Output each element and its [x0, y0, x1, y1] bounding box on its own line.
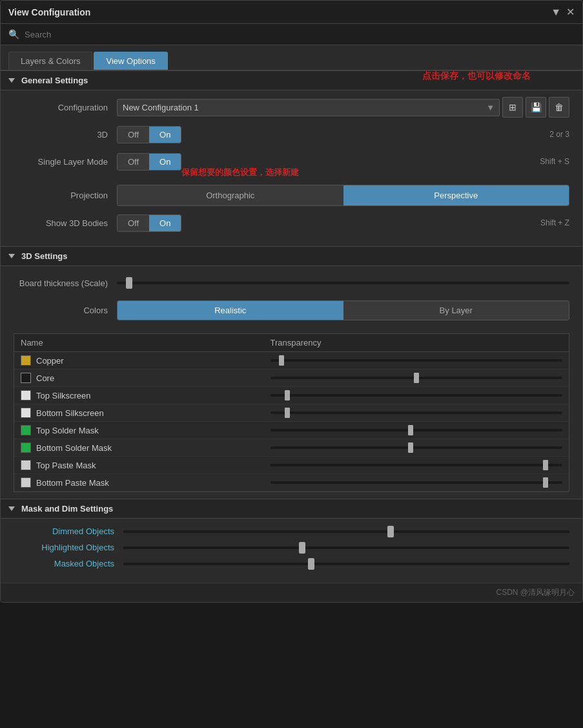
new-config-button[interactable]: ⊞: [502, 97, 523, 118]
single-layer-mode-row: Single Layer Mode Off On Shift + S: [14, 151, 569, 172]
search-bar: 🔍: [1, 24, 582, 45]
top-paste-mask-color-swatch[interactable]: [21, 460, 31, 470]
bottom-silkscreen-color-swatch[interactable]: [21, 408, 31, 418]
table-header-row: Name Transparency: [14, 334, 569, 352]
collapse-3d-icon[interactable]: [8, 254, 15, 258]
3d-settings-header: 3D Settings: [1, 246, 582, 266]
title-bar-controls: ▼ ✕: [551, 6, 575, 18]
dimmed-objects-label: Dimmed Objects: [14, 526, 123, 536]
table-row: Top Silkscreen: [14, 387, 569, 404]
3d-on-button[interactable]: On: [149, 127, 181, 143]
configuration-select[interactable]: New Configuration 1 Default Custom: [117, 99, 500, 116]
projection-toggle-group: Orthographic Perspective: [117, 185, 569, 206]
colors-toggle-group: Realistic By Layer: [117, 300, 569, 320]
bottom-silkscreen-name: Bottom Silkscreen: [36, 408, 104, 418]
realistic-button[interactable]: Realistic: [118, 301, 343, 320]
search-input[interactable]: [25, 30, 575, 39]
perspective-button[interactable]: Perspective: [343, 185, 569, 205]
mask-dim-settings-section: Mask and Dim Settings Dimmed Objects Hig…: [1, 499, 582, 583]
top-silkscreen-color-swatch[interactable]: [21, 390, 31, 400]
3d-off-button[interactable]: Off: [118, 127, 149, 143]
transparency-cell: [264, 391, 569, 400]
top-solder-mask-color-swatch[interactable]: [21, 425, 31, 435]
3d-settings-section: 3D Settings Board thickness (Scale) Colo…: [1, 246, 582, 492]
top-solder-mask-name: Top Solder Mask: [36, 426, 99, 435]
masked-objects-label: Masked Objects: [14, 559, 123, 568]
title-bar: View Configuration ▼ ✕: [1, 1, 582, 24]
table-row: Top Solder Mask: [14, 422, 569, 439]
window-title: View Configuration: [8, 7, 90, 17]
top-silkscreen-name: Top Silkscreen: [36, 391, 91, 400]
transparency-cell: [264, 426, 569, 435]
single-layer-off-button[interactable]: Off: [118, 154, 149, 170]
single-layer-mode-label: Single Layer Mode: [14, 157, 117, 167]
configuration-control: New Configuration 1 Default Custom ▼ ⊞ 💾…: [117, 97, 569, 118]
masked-objects-slider[interactable]: [123, 563, 569, 565]
table-row: Copper: [14, 352, 569, 369]
copper-color-swatch[interactable]: [21, 355, 31, 366]
board-thickness-slider-container: [117, 282, 569, 284]
by-layer-button[interactable]: By Layer: [343, 301, 569, 320]
show-3d-bodies-row: Show 3D Bodies Off On Shift + Z: [14, 213, 569, 233]
transparency-cell: [264, 356, 569, 365]
projection-row: Projection Orthographic Perspective: [14, 185, 569, 206]
menu-icon[interactable]: ▼: [551, 6, 561, 18]
dimmed-objects-slider[interactable]: [123, 530, 569, 533]
top-paste-mask-transparency-slider[interactable]: [271, 464, 562, 466]
top-paste-mask-name: Top Paste Mask: [36, 461, 96, 470]
name-cell: Top Silkscreen: [14, 387, 264, 404]
show-3d-bodies-shortcut: Shift + Z: [540, 218, 569, 227]
save-config-button[interactable]: 💾: [526, 97, 546, 118]
collapse-mask-icon[interactable]: [8, 506, 15, 511]
projection-control: Orthographic Perspective: [117, 185, 569, 206]
collapse-general-icon[interactable]: [8, 78, 15, 83]
general-settings-section: General Settings Configuration New Confi…: [1, 70, 582, 246]
table-row: Core: [14, 369, 569, 387]
colors-label: Colors: [14, 306, 117, 315]
bottom-paste-mask-transparency-slider[interactable]: [271, 481, 562, 484]
name-header: Name: [14, 334, 264, 351]
transparency-cell: [264, 443, 569, 452]
close-button[interactable]: ✕: [566, 6, 575, 18]
core-transparency-slider[interactable]: [271, 377, 562, 379]
show-3d-bodies-on-button[interactable]: On: [149, 215, 181, 231]
search-icon: 🔍: [8, 29, 19, 39]
highlighted-objects-slider-container: [123, 546, 569, 549]
configuration-label: Configuration: [14, 103, 117, 112]
materials-table: Name Transparency Copper Core: [14, 333, 569, 492]
name-cell: Copper: [14, 352, 264, 369]
tab-layers-colors[interactable]: Layers & Colors: [8, 52, 92, 70]
name-cell: Top Paste Mask: [14, 457, 264, 473]
3d-settings-body: Board thickness (Scale) Colors Realistic…: [1, 266, 582, 333]
core-color-swatch[interactable]: [21, 373, 31, 383]
orthographic-button[interactable]: Orthographic: [118, 185, 343, 205]
delete-config-button[interactable]: 🗑: [549, 97, 569, 118]
watermark: CSDN @清风缘明月心: [1, 583, 582, 602]
highlighted-objects-row: Highlighted Objects: [14, 543, 569, 552]
colors-row: Colors Realistic By Layer: [14, 300, 569, 320]
mask-settings-body: Dimmed Objects Highlighted Objects Maske…: [1, 519, 582, 583]
top-silkscreen-transparency-slider[interactable]: [271, 394, 562, 397]
board-thickness-slider[interactable]: [117, 282, 569, 284]
bottom-silkscreen-transparency-slider[interactable]: [271, 411, 562, 414]
tab-view-options[interactable]: View Options: [94, 52, 167, 70]
bottom-solder-mask-transparency-slider[interactable]: [271, 446, 562, 449]
show-3d-bodies-off-button[interactable]: Off: [118, 215, 149, 231]
3d-shortcut: 2 or 3: [549, 130, 569, 139]
configuration-row: Configuration New Configuration 1 Defaul…: [14, 97, 569, 118]
bottom-solder-mask-color-swatch[interactable]: [21, 442, 31, 453]
mask-dim-settings-header: Mask and Dim Settings: [1, 499, 582, 519]
top-solder-mask-transparency-slider[interactable]: [271, 429, 562, 432]
table-row: Top Paste Mask: [14, 457, 569, 474]
3d-row: 3D Off On 2 or 3: [14, 124, 569, 145]
single-layer-mode-control: Off On: [117, 153, 540, 171]
highlighted-objects-slider[interactable]: [123, 546, 569, 549]
single-layer-on-button[interactable]: On: [149, 154, 181, 170]
general-settings-body: Configuration New Configuration 1 Defaul…: [1, 90, 582, 246]
transparency-cell: [264, 408, 569, 417]
copper-transparency-slider[interactable]: [271, 359, 562, 362]
table-row: Bottom Silkscreen: [14, 404, 569, 422]
dimmed-objects-row: Dimmed Objects: [14, 526, 569, 536]
bottom-paste-mask-color-swatch[interactable]: [21, 477, 31, 488]
highlighted-objects-label: Highlighted Objects: [14, 543, 123, 552]
